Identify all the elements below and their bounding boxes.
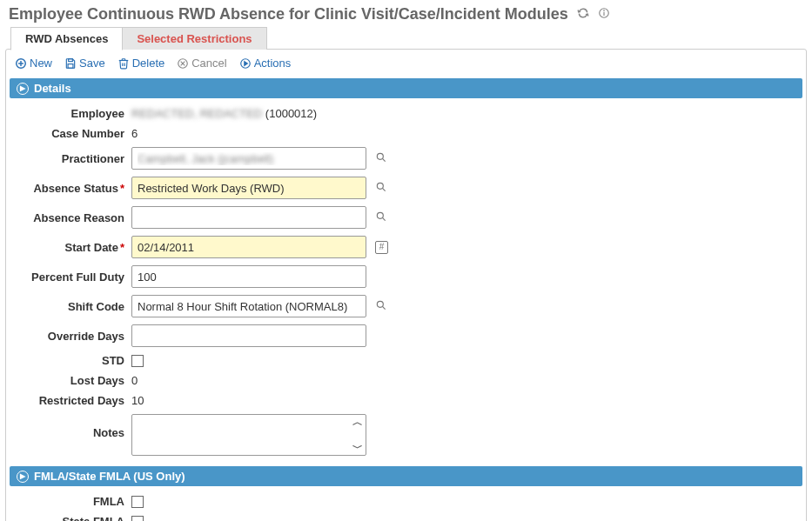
std-checkbox[interactable] <box>131 355 144 367</box>
svg-point-2 <box>603 10 604 10</box>
percent-full-duty-input[interactable] <box>131 265 366 288</box>
label-case-number: Case Number <box>15 127 131 140</box>
details-form: Employee REDACTED, REDACTED (1000012) Ca… <box>6 98 806 466</box>
label-state-fmla: State FMLA <box>15 515 131 521</box>
new-button[interactable]: New <box>15 57 52 70</box>
fmla-checkbox[interactable] <box>131 496 144 508</box>
scroll-down-icon[interactable]: ﹀ <box>352 443 363 453</box>
row-absence-status: Absence Status* <box>15 177 797 199</box>
save-icon <box>64 57 76 69</box>
toolbar: New Save Delete Cancel Actions <box>6 50 806 78</box>
play-icon <box>239 57 251 69</box>
svg-marker-12 <box>245 62 248 66</box>
tab-label: RWD Absences <box>25 32 108 45</box>
label-absence-status: Absence Status* <box>15 182 131 195</box>
section-header-details[interactable]: ▶ Details <box>10 78 802 98</box>
fmla-form: FMLA State FMLA <box>6 486 806 521</box>
toolbar-label: Delete <box>132 57 165 70</box>
svg-rect-7 <box>68 64 73 69</box>
collapse-icon: ▶ <box>17 471 29 483</box>
label-std: STD <box>15 354 131 367</box>
svg-point-15 <box>377 183 383 189</box>
page-header: Employee Continuous RWD Absence for Clin… <box>0 0 812 27</box>
search-icon[interactable] <box>375 210 387 225</box>
employee-id: (1000012) <box>262 107 317 120</box>
tab-rwd-absences[interactable]: RWD Absences <box>10 27 123 50</box>
row-shift-code: Shift Code <box>15 295 797 317</box>
tab-panel: New Save Delete Cancel Actions <box>5 49 807 521</box>
delete-button[interactable]: Delete <box>117 57 165 70</box>
toolbar-label: Actions <box>254 57 292 70</box>
cancel-icon <box>177 57 188 69</box>
search-icon[interactable] <box>375 299 387 314</box>
section-title: FMLA/State FMLA (US Only) <box>34 470 185 483</box>
refresh-icon[interactable] <box>577 7 589 23</box>
svg-line-14 <box>382 158 385 161</box>
row-std: STD <box>15 354 797 367</box>
label-absence-reason: Absence Reason <box>15 211 131 224</box>
label-employee: Employee <box>15 107 131 120</box>
shift-code-input[interactable] <box>131 295 366 317</box>
svg-line-18 <box>382 217 385 220</box>
row-practitioner: Practitioner <box>15 147 797 170</box>
row-absence-reason: Absence Reason <box>15 206 797 229</box>
toolbar-label: New <box>30 57 52 70</box>
scroll-up-icon[interactable]: ︿ <box>352 417 363 427</box>
search-icon[interactable] <box>375 181 387 196</box>
svg-point-13 <box>377 153 383 159</box>
notes-content <box>132 415 350 455</box>
label-shift-code: Shift Code <box>15 300 131 313</box>
employee-name: REDACTED, REDACTED <box>131 107 262 120</box>
actions-button[interactable]: Actions <box>239 57 292 70</box>
plus-icon <box>15 57 26 69</box>
row-percent-full-duty: Percent Full Duty <box>15 265 797 288</box>
value-restricted-days: 10 <box>131 394 144 407</box>
svg-point-19 <box>377 301 383 307</box>
label-practitioner: Practitioner <box>15 152 131 165</box>
row-start-date: Start Date* # <box>15 236 797 258</box>
info-icon[interactable] <box>598 7 610 23</box>
practitioner-input[interactable] <box>131 147 366 170</box>
row-notes: Notes ︿ ﹀ <box>15 414 797 456</box>
svg-point-17 <box>377 212 383 218</box>
state-fmla-checkbox[interactable] <box>131 516 144 522</box>
svg-line-16 <box>382 188 385 190</box>
label-notes: Notes <box>15 414 131 439</box>
absence-status-input[interactable] <box>131 177 366 199</box>
section-header-fmla[interactable]: ▶ FMLA/State FMLA (US Only) <box>10 466 802 486</box>
section-title: Details <box>34 82 71 95</box>
label-start-date: Start Date* <box>15 241 131 254</box>
row-override-days: Override Days <box>15 324 797 347</box>
notes-textarea[interactable]: ︿ ﹀ <box>131 414 366 456</box>
tab-selected-restrictions[interactable]: Selected Restrictions <box>122 27 266 50</box>
cancel-button[interactable]: Cancel <box>177 57 226 70</box>
override-days-input[interactable] <box>131 324 366 347</box>
page-title: Employee Continuous RWD Absence for Clin… <box>9 5 568 23</box>
row-fmla: FMLA <box>15 495 797 508</box>
trash-icon <box>117 57 129 69</box>
save-button[interactable]: Save <box>64 57 105 70</box>
collapse-icon: ▶ <box>17 83 29 95</box>
toolbar-label: Save <box>79 57 105 70</box>
value-case-number: 6 <box>131 127 138 140</box>
value-employee: REDACTED, REDACTED (1000012) <box>131 107 317 120</box>
start-date-input[interactable] <box>131 236 366 258</box>
absence-reason-input[interactable] <box>131 206 366 229</box>
search-icon[interactable] <box>375 151 387 166</box>
svg-line-20 <box>382 306 385 309</box>
row-case-number: Case Number 6 <box>15 127 797 140</box>
value-lost-days: 0 <box>131 374 138 387</box>
row-lost-days: Lost Days 0 <box>15 374 797 387</box>
label-restricted-days: Restricted Days <box>15 394 131 407</box>
row-restricted-days: Restricted Days 10 <box>15 394 797 407</box>
svg-rect-6 <box>69 59 73 62</box>
label-override-days: Override Days <box>15 330 131 343</box>
row-state-fmla: State FMLA <box>15 515 797 521</box>
toolbar-label: Cancel <box>191 57 226 70</box>
tab-bar: RWD Absences Selected Restrictions <box>10 27 812 50</box>
label-percent-full-duty: Percent Full Duty <box>15 271 131 284</box>
tab-label: Selected Restrictions <box>137 32 252 45</box>
label-fmla: FMLA <box>15 495 131 508</box>
notes-scroll: ︿ ﹀ <box>350 415 366 455</box>
calendar-icon[interactable]: # <box>375 241 388 254</box>
